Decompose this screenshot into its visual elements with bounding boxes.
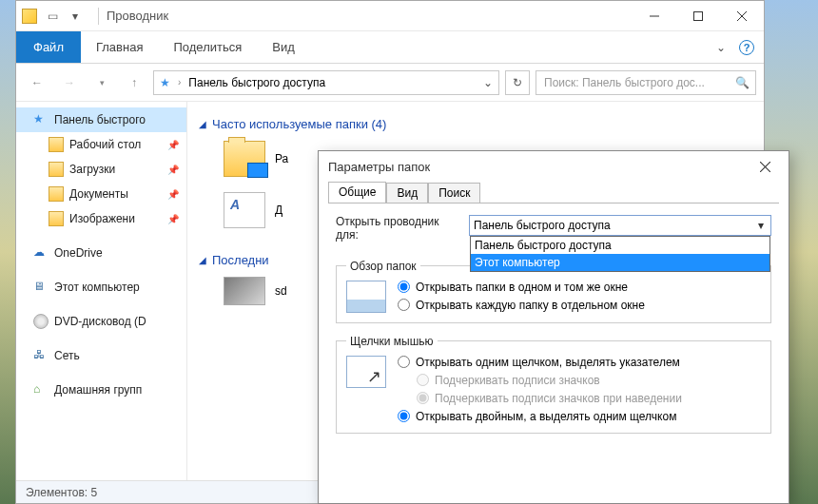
browse-folders-legend: Обзор папок <box>346 260 420 273</box>
sidebar-this-pc[interactable]: 🖥 Этот компьютер <box>16 275 186 300</box>
ribbon-expand-icon[interactable]: ⌄ <box>716 41 726 54</box>
nav-forward-button[interactable]: → <box>56 69 83 96</box>
status-item-count: Элементов: 5 <box>26 486 97 499</box>
pin-icon: 📌 <box>167 214 179 224</box>
nav-up-button[interactable]: ↑ <box>121 69 147 96</box>
window-title: Проводник <box>107 9 168 23</box>
folder-icon <box>224 141 265 177</box>
sidebar-quick-access[interactable]: ★ Панель быстрого <box>16 107 186 132</box>
radio-same-window[interactable]: Открывать папки в одном и том же окне <box>398 281 645 294</box>
open-explorer-for-label: Открыть проводник для: <box>336 215 459 242</box>
sidebar-network[interactable]: 🖧 Сеть <box>16 343 186 368</box>
ribbon-help-icon[interactable]: ? <box>739 40 754 55</box>
chevron-down-icon: ▾ <box>753 218 769 233</box>
qat-newfolder-icon[interactable]: ▾ <box>66 7 85 26</box>
sidebar-onedrive[interactable]: ☁ OneDrive <box>16 241 186 265</box>
folder-icon <box>49 186 64 202</box>
mouse-clicks-legend: Щелчки мышью <box>346 335 438 348</box>
radio-double-click[interactable]: Открывать двойным, а выделять одним щелч… <box>398 410 682 423</box>
sidebar-downloads[interactable]: Загрузки 📌 <box>16 157 186 182</box>
combo-option-this-pc[interactable]: Этот компьютер <box>471 254 769 271</box>
chevron-right-icon: › <box>178 77 181 87</box>
click-preview-icon <box>346 356 386 388</box>
explorer-app-icon <box>22 9 37 24</box>
quick-access-toolbar: ▭ ▾ <box>43 7 85 26</box>
network-icon: 🖧 <box>33 348 49 363</box>
ribbon: Файл Главная Поделиться Вид ⌄ ? <box>16 31 764 64</box>
tab-search[interactable]: Поиск <box>428 183 480 204</box>
ribbon-tab-home[interactable]: Главная <box>81 31 158 63</box>
maximize-button[interactable] <box>676 2 720 30</box>
group-frequent-folders[interactable]: ◢ Часто используемые папки (4) <box>199 117 752 131</box>
dialog-body: Открыть проводник для: Панель быстрого д… <box>328 203 779 503</box>
caret-down-icon: ◢ <box>199 255 206 265</box>
nav-back-button[interactable]: ← <box>24 69 50 96</box>
tab-view[interactable]: Вид <box>386 183 428 204</box>
refresh-button[interactable]: ↻ <box>505 70 530 95</box>
mouse-clicks-group: Щелчки мышью Открывать одним щелчком, вы… <box>336 335 771 434</box>
dialog-tabs: Общие Вид Поиск <box>319 182 789 203</box>
star-icon: ★ <box>33 112 49 127</box>
radio-single-click[interactable]: Открывать одним щелчком, выделять указат… <box>398 356 682 369</box>
tile-desktop[interactable]: Ра <box>224 141 288 177</box>
combo-option-quick-access[interactable]: Панель быстрого доступа <box>471 237 769 254</box>
navigation-pane: ★ Панель быстрого Рабочий стол 📌 Загрузк… <box>16 102 187 480</box>
close-button[interactable] <box>720 2 764 30</box>
tile-recent-file[interactable]: sd <box>224 277 287 305</box>
combo-dropdown-list: Панель быстрого доступа Этот компьютер <box>470 236 770 272</box>
qat-properties-icon[interactable]: ▭ <box>43 7 62 26</box>
ribbon-tab-view[interactable]: Вид <box>257 31 310 63</box>
sidebar-dvd[interactable]: DVD-дисковод (D <box>16 309 186 334</box>
search-box[interactable]: 🔍 <box>536 70 756 95</box>
dialog-titlebar: Параметры папок <box>319 151 789 182</box>
radio-underline-always: Подчеркивать подписи значков <box>398 374 682 387</box>
address-crumb[interactable]: Панель быстрого доступа <box>188 76 325 89</box>
homegroup-icon: ⌂ <box>33 382 49 397</box>
caret-down-icon: ◢ <box>199 119 206 129</box>
monitor-icon: 🖥 <box>33 280 49 295</box>
tab-general[interactable]: Общие <box>328 182 386 203</box>
nav-recent-dropdown[interactable]: ▾ <box>88 69 115 96</box>
folder-options-dialog: Параметры папок Общие Вид Поиск Открыть … <box>318 150 789 504</box>
open-explorer-for-combo[interactable]: Панель быстрого доступа ▾ Панель быстрог… <box>469 215 771 236</box>
image-thumbnail-icon <box>224 277 265 305</box>
address-bar[interactable]: ★ › Панель быстрого доступа ⌄ <box>153 70 499 95</box>
address-dropdown-icon[interactable]: ⌄ <box>483 76 493 89</box>
sidebar-desktop[interactable]: Рабочий стол 📌 <box>16 132 186 157</box>
quick-access-star-icon: ★ <box>160 76 170 89</box>
sidebar-homegroup[interactable]: ⌂ Домашняя групп <box>16 378 186 402</box>
titlebar-separator <box>98 8 99 25</box>
folder-icon <box>49 211 64 226</box>
svg-rect-1 <box>694 11 703 20</box>
ribbon-tab-share[interactable]: Поделиться <box>158 31 257 63</box>
tile-documents[interactable]: Д <box>224 192 282 228</box>
sidebar-documents[interactable]: Документы 📌 <box>16 182 186 206</box>
search-icon: 🔍 <box>735 76 750 89</box>
disc-icon <box>33 314 49 329</box>
window-controls <box>633 2 764 30</box>
pin-icon: 📌 <box>167 189 179 200</box>
browse-preview-icon <box>346 281 386 313</box>
ribbon-file-tab[interactable]: Файл <box>16 31 81 63</box>
radio-new-window[interactable]: Открывать каждую папку в отдельном окне <box>398 299 645 312</box>
cloud-icon: ☁ <box>33 245 49 261</box>
radio-underline-hover: Подчеркивать подписи значков при наведен… <box>398 392 682 405</box>
pin-icon: 📌 <box>167 165 179 175</box>
dialog-title: Параметры папок <box>328 160 430 174</box>
dialog-close-button[interactable] <box>750 162 779 172</box>
minimize-button[interactable] <box>633 2 676 30</box>
navigation-row: ← → ▾ ↑ ★ › Панель быстрого доступа ⌄ ↻ … <box>16 64 764 102</box>
folder-icon <box>49 162 64 177</box>
pin-icon: 📌 <box>167 140 179 150</box>
search-input[interactable] <box>542 75 731 90</box>
document-icon <box>224 192 265 228</box>
folder-icon <box>49 137 64 152</box>
titlebar: ▭ ▾ Проводник <box>16 1 764 31</box>
sidebar-pictures[interactable]: Изображени 📌 <box>16 206 186 231</box>
